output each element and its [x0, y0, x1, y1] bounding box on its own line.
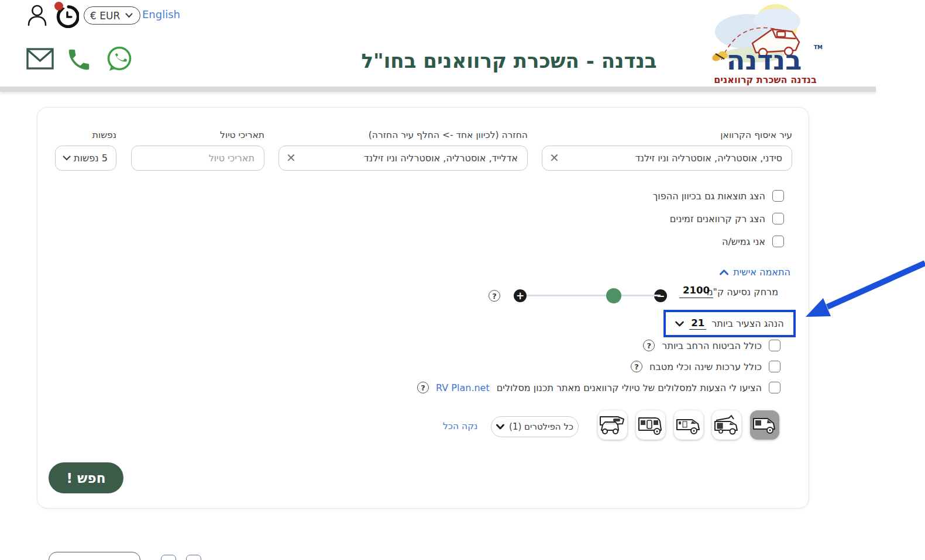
kits-checkbox[interactable] — [769, 361, 780, 372]
pickup-city-label: עיר איסוף הקרוואן — [542, 130, 792, 140]
alcove-motorhome-icon — [599, 414, 626, 435]
distance-slider-thumb[interactable] — [606, 288, 621, 303]
language-link[interactable]: English — [142, 8, 180, 20]
youngest-driver-label: הנהג הצעיר ביותר — [711, 318, 783, 329]
logo-brand-text: בנדנה — [711, 47, 817, 74]
whatsapp-icon[interactable] — [105, 44, 134, 76]
option-row-kits: כולל ערכות שינה וכלי מטבח ? — [631, 361, 780, 372]
distance-help-icon[interactable]: ? — [489, 290, 500, 302]
passengers-label: נפשות — [55, 130, 116, 140]
distance-slider-track[interactable] — [520, 295, 661, 296]
vehicle-type-semi-integrated-motorhome[interactable] — [636, 410, 665, 440]
passengers-field: נפשות 5 נפשות — [55, 130, 116, 171]
personalization-toggle[interactable]: התאמה אישית — [720, 267, 790, 278]
toggle-row-flexible: אני גמיש/ה — [722, 236, 784, 247]
user-account-icon[interactable] — [26, 4, 48, 29]
vehicle-type-van-conversion[interactable] — [674, 410, 703, 440]
option-row-routes: הציעו לי הצעות למסלולים של טיולי קרוואני… — [417, 382, 780, 393]
distance-value[interactable]: 2100 — [679, 285, 713, 298]
cropped-bottom-checkbox-1[interactable] — [161, 555, 176, 560]
logo-tm: TM — [814, 44, 823, 50]
toggle-row-reverse-direction: הצג תוצאות גם בכיוון ההפוך — [653, 190, 784, 202]
flexible-label: אני גמיש/ה — [722, 236, 765, 247]
vehicle-type-alcove-motorhome[interactable] — [598, 410, 627, 440]
vehicle-type-campervan[interactable] — [750, 410, 779, 440]
routes-label: הציעו לי הצעות למסלולים של טיולי קרוואני… — [497, 382, 762, 393]
kits-help-icon[interactable]: ? — [631, 361, 642, 372]
vehicle-type-pop-top-campervan[interactable] — [712, 410, 741, 440]
youngest-driver-value: 21 — [689, 317, 706, 330]
phone-icon[interactable] — [66, 46, 92, 75]
all-filters-label: כל הפילטרים (1) — [509, 421, 573, 432]
passengers-selected-value: 5 נפשות — [74, 153, 108, 164]
pickup-city-field: עיר איסוף הקרוואן ✕ — [542, 130, 792, 171]
vehicle-type-selector — [598, 410, 779, 440]
trip-dates-field: תאריכי טיול — [131, 130, 264, 171]
return-city-label: החזרה (לכיוון אחד -> החלף עיר החזרה) — [278, 130, 528, 140]
clear-pickup-city-icon[interactable]: ✕ — [549, 151, 559, 165]
toggle-row-available-only: הצג רק קרוואנים זמינים — [670, 213, 784, 224]
page: € EUR English בנדנה - השכרת קרוואנים בחו… — [0, 0, 925, 560]
kits-label: כולל ערכות שינה וכלי מטבח — [649, 361, 762, 372]
chevron-down-icon — [63, 155, 71, 161]
return-city-input[interactable] — [278, 146, 528, 171]
routes-help-icon[interactable]: ? — [417, 382, 429, 393]
logo-tagline: בנדנה השכרת קרוואנים — [707, 74, 824, 85]
personalization-label: התאמה אישית — [733, 267, 790, 278]
insurance-checkbox[interactable] — [769, 340, 780, 351]
annotation-arrow-icon — [800, 256, 925, 333]
option-row-insurance: כולל הביטוח הרחב ביותר ? — [643, 340, 780, 351]
insurance-label: כולל הביטוח הרחב ביותר — [662, 340, 762, 351]
available-only-label: הצג רק קרוואנים זמינים — [670, 213, 765, 224]
cropped-bottom-pill[interactable] — [49, 552, 140, 560]
youngest-driver-select-highlighted[interactable]: הנהג הצעיר ביותר 21 — [663, 310, 796, 337]
passengers-select[interactable]: 5 נפשות — [55, 146, 116, 171]
chevron-up-icon — [720, 269, 728, 275]
reverse-direction-checkbox[interactable] — [772, 190, 784, 202]
return-city-field: החזרה (לכיוון אחד -> החלף עיר החזרה) ✕ — [278, 130, 528, 171]
page-title: בנדנה - השכרת קרוואנים בחו"ל — [333, 49, 685, 72]
pop-top-campervan-icon — [714, 414, 740, 435]
trip-dates-input[interactable] — [131, 146, 264, 171]
semi-integrated-motorhome-icon — [638, 414, 663, 435]
currency-selected-label: € EUR — [90, 10, 120, 22]
currency-select[interactable]: € EUR — [84, 6, 140, 25]
all-filters-button[interactable]: כל הפילטרים (1) — [491, 416, 579, 437]
email-icon[interactable] — [26, 47, 54, 72]
chevron-down-icon — [125, 13, 133, 18]
notification-dot — [54, 2, 63, 11]
search-button[interactable]: חפש ! — [49, 462, 123, 493]
insurance-help-icon[interactable]: ? — [643, 340, 655, 351]
flexible-checkbox[interactable] — [772, 236, 784, 247]
distance-plus-button[interactable]: + — [514, 289, 527, 302]
distance-label: מרחק נסיעה ק"מ — [707, 286, 778, 298]
clear-all-link[interactable]: נקה הכל — [443, 421, 477, 431]
campervan-icon — [752, 415, 777, 435]
available-only-checkbox[interactable] — [772, 213, 784, 224]
routes-checkbox[interactable] — [769, 382, 780, 393]
van-conversion-icon — [676, 415, 702, 435]
search-form-card: עיר איסוף הקרוואן ✕ החזרה (לכיוון אחד ->… — [37, 107, 809, 509]
pickup-city-input[interactable] — [542, 146, 792, 171]
rv-plan-link[interactable]: RV Plan.net — [436, 382, 490, 393]
chevron-down-icon — [496, 424, 504, 430]
trip-dates-label: תאריכי טיול — [131, 130, 264, 140]
brand-logo[interactable]: בנדנה TM בנדנה השכרת קרוואנים — [707, 1, 824, 88]
reverse-direction-label: הצג תוצאות גם בכיוון ההפוך — [653, 191, 765, 202]
chevron-down-icon — [675, 321, 684, 327]
clear-return-city-icon[interactable]: ✕ — [286, 151, 296, 165]
cropped-bottom-checkbox-2[interactable] — [186, 555, 201, 560]
